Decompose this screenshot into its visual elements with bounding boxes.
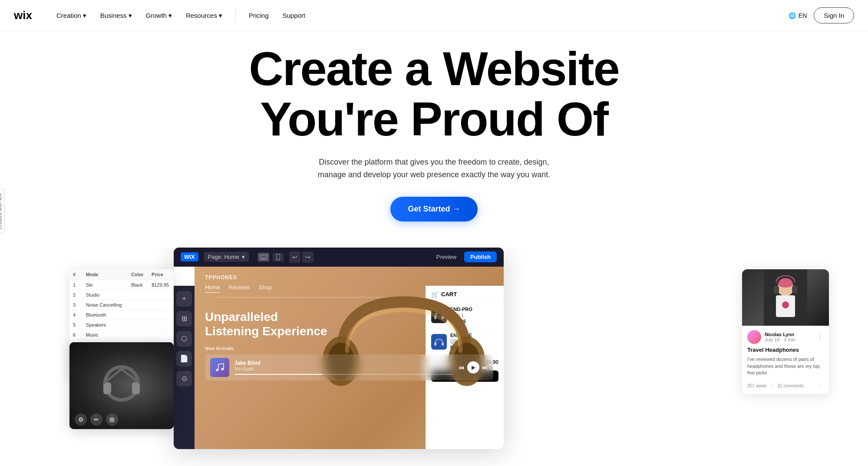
cart-header: 🛒 CART xyxy=(431,291,498,303)
store-nav-reviews[interactable]: Reviews xyxy=(229,284,250,293)
settings-button[interactable]: ⚙ xyxy=(75,413,87,426)
player-thumbnail xyxy=(210,358,229,377)
author-avatar xyxy=(747,330,761,344)
nav-logo[interactable]: wix xyxy=(14,10,38,22)
tool-pages[interactable]: 📄 xyxy=(176,351,192,367)
music-note-icon xyxy=(215,362,225,373)
editor-tools-panel: ＋ ⊞ ⬡ 📄 ⊙ xyxy=(174,286,195,449)
person-illustration xyxy=(764,269,807,326)
next-track-icon[interactable]: ⏭ xyxy=(482,364,488,371)
table-col-color: Color xyxy=(128,269,148,280)
nav-links: Creation ▾ Business ▾ Growth ▾ Resources… xyxy=(50,8,311,23)
product-card-controls: ⚙ ✏ ⊞ xyxy=(75,413,118,426)
svg-text:wix: wix xyxy=(14,10,32,22)
author-name: Nicolas Lynn xyxy=(765,332,795,337)
cart-item-qty-1: QTY: 1 xyxy=(450,313,472,319)
svg-rect-16 xyxy=(434,316,436,319)
editor-topbar-right: Preview Publish xyxy=(432,251,497,262)
svg-point-26 xyxy=(782,301,789,308)
player-progress-fill xyxy=(234,374,322,375)
author-meta: July 16 · 3 min xyxy=(765,337,795,342)
table-col-price: Price xyxy=(148,269,174,280)
cart-item-price-1: $199.95 xyxy=(450,319,472,325)
edit-button[interactable]: ✏ xyxy=(90,413,102,426)
table-col-mode: Mode xyxy=(83,269,128,280)
editor-topbar: WIX Page: Home ▾ ↩ ↪ Preview Publish xyxy=(174,248,504,267)
table-row: 6Music xyxy=(69,330,174,340)
view-toggle-icons xyxy=(258,253,284,261)
more-options-icon[interactable]: ⋮ xyxy=(817,333,824,341)
chevron-down-icon: ▾ xyxy=(83,12,86,20)
cart-item-info-1: END-PRO QTY: 1 $199.95 xyxy=(450,306,472,325)
table-row: 1SkiBlack$129.95 xyxy=(69,280,174,290)
tool-data[interactable]: ⊙ xyxy=(176,371,192,387)
cart-item-name-1: END-PRO xyxy=(450,306,472,313)
blog-author-row: Nicolas Lynn July 16 · 3 min ⋮ xyxy=(742,326,829,347)
table-row: 5Speakers xyxy=(69,320,174,330)
desktop-view-icon[interactable] xyxy=(258,253,269,261)
preview-button[interactable]: Preview xyxy=(432,252,461,262)
nav-item-creation[interactable]: Creation ▾ xyxy=(50,8,92,23)
globe-icon: 🌐 xyxy=(789,12,796,19)
hero-title: Create a Website You're Proud Of xyxy=(249,43,619,144)
prev-track-icon[interactable]: ⏮ xyxy=(459,364,465,371)
nav-pricing[interactable]: Pricing xyxy=(243,8,275,23)
nav-item-growth[interactable]: Growth ▾ xyxy=(140,8,178,23)
player-artist-name: Me Again xyxy=(234,366,453,371)
page-selector[interactable]: Page: Home ▾ xyxy=(204,252,249,262)
redo-button[interactable]: ↪ xyxy=(302,251,314,263)
svg-rect-3 xyxy=(132,382,140,394)
nav-item-business[interactable]: Business ▾ xyxy=(94,8,138,23)
new-arrivals-label: New Arrivals xyxy=(205,346,493,351)
svg-point-14 xyxy=(216,369,218,371)
mobile-view-icon[interactable] xyxy=(273,253,284,261)
tool-apps[interactable]: ⬡ xyxy=(176,331,192,347)
player-song-title: Jake Blind xyxy=(234,360,453,366)
nav-support[interactable]: Support xyxy=(277,8,312,23)
nav-divider xyxy=(235,10,236,22)
player-progress-bar[interactable] xyxy=(234,374,453,375)
store-nav-home[interactable]: Home xyxy=(205,284,220,293)
author-info: Nicolas Lynn July 16 · 3 min xyxy=(765,332,795,342)
blog-card: Nicolas Lynn July 16 · 3 min ⋮ Travel He… xyxy=(742,269,829,394)
wix-editor-badge: WIX xyxy=(181,252,198,261)
nav-right: 🌐 EN Sign In xyxy=(789,7,854,23)
heart-icon[interactable]: ♡ xyxy=(818,383,824,390)
hero-section: Create a Website You're Proud Of Discove… xyxy=(0,0,868,221)
svg-rect-24 xyxy=(774,286,779,294)
zoom-button[interactable]: ⊞ xyxy=(106,413,118,426)
sign-in-button[interactable]: Sign In xyxy=(814,7,854,23)
product-image-card: ⚙ ✏ ⊞ xyxy=(69,342,174,429)
store-name: TPPHONES xyxy=(205,274,493,281)
play-pause-button[interactable]: ▶ xyxy=(467,361,479,373)
blog-comments: 32 comments xyxy=(777,383,803,388)
undo-button[interactable]: ↩ xyxy=(289,251,300,263)
store-arrivals-section: New Arrivals Jake Blind Me Again xyxy=(195,339,504,380)
editor-body: ＋ ⊞ ⬡ 📄 ⊙ TPPHONES Home Reviews Shop xyxy=(174,267,504,449)
svg-point-15 xyxy=(221,368,224,370)
nav-item-resources[interactable]: Resources ▾ xyxy=(180,8,228,23)
svg-rect-17 xyxy=(442,316,444,319)
navbar: wix Creation ▾ Business ▾ Growth ▾ Resou… xyxy=(0,0,868,31)
table-row: 2Studio xyxy=(69,290,174,300)
stats-divider xyxy=(772,383,772,389)
svg-rect-6 xyxy=(261,255,267,259)
cart-item-image-1 xyxy=(431,307,447,323)
chevron-down-icon: ▾ xyxy=(219,12,222,20)
headphone-illustration xyxy=(96,360,148,412)
get-started-button[interactable]: Get Started → xyxy=(390,197,477,221)
tool-media[interactable]: ⊞ xyxy=(176,311,192,327)
cart-icon: 🛒 xyxy=(431,291,439,298)
tool-add-element[interactable]: ＋ xyxy=(176,291,192,307)
music-player: Jake Blind Me Again ⏮ ▶ ⏭ xyxy=(205,354,493,380)
table-col-num: # xyxy=(69,269,83,280)
cart-item-name-2: END-ACE xyxy=(450,332,472,339)
cart-item-1: END-PRO QTY: 1 $199.95 xyxy=(431,303,498,329)
store-nav-shop[interactable]: Shop xyxy=(259,284,272,293)
blog-views: 257 views xyxy=(747,383,766,388)
chevron-down-icon: ▾ xyxy=(129,12,132,20)
publish-button[interactable]: Publish xyxy=(464,251,497,262)
language-selector[interactable]: 🌐 EN xyxy=(789,12,807,19)
blog-stats: 257 views 32 comments ♡ xyxy=(742,379,829,394)
table-row: 3Noise Cancelling xyxy=(69,300,174,310)
